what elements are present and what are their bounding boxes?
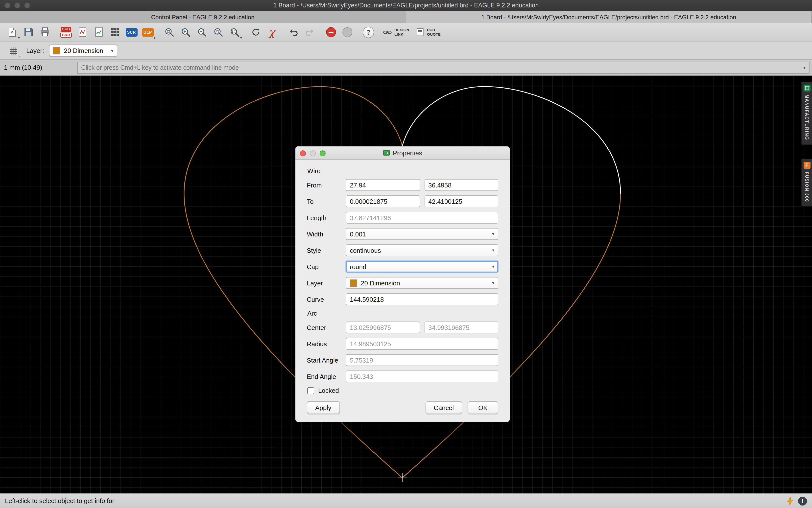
wire-section-label: Wire <box>307 167 498 175</box>
to-x-input[interactable] <box>346 196 420 207</box>
radius-input <box>346 338 498 350</box>
curve-input[interactable] <box>346 293 498 305</box>
lightning-bolt-icon[interactable] <box>787 496 794 505</box>
ok-button[interactable]: OK <box>468 401 498 414</box>
manufacturing-label: MANUFACTURING <box>804 94 809 140</box>
zoom-out-button[interactable] <box>194 25 210 40</box>
center-y-input <box>424 322 498 333</box>
dialog-zoom-button[interactable] <box>320 151 326 156</box>
drc-chart-icon <box>93 27 104 38</box>
close-button[interactable] <box>4 2 10 8</box>
zoom-redraw-icon <box>212 27 224 38</box>
cap-select-value: round <box>350 263 366 270</box>
cam-processor-button[interactable] <box>74 25 90 40</box>
layer-select[interactable]: 20 Dimension ▾ <box>49 45 117 57</box>
fab-view-button[interactable] <box>107 25 123 40</box>
to-y-input[interactable] <box>424 196 498 207</box>
dialog-title: Properties <box>393 149 422 157</box>
run-script-button[interactable]: SCR <box>123 25 139 40</box>
width-select[interactable]: 0.001 ▾ <box>346 228 498 240</box>
radius-row: Radius <box>307 338 498 350</box>
save-button[interactable] <box>20 25 37 40</box>
cancel-command-button[interactable]: χ <box>264 25 280 40</box>
manufacturing-panel[interactable]: MANUFACTURING <box>801 82 812 145</box>
dialog-layer-select-value: 20 Dimension <box>361 279 400 287</box>
design-link-button[interactable]: DESIGN LINK <box>382 27 409 37</box>
command-line-input[interactable] <box>81 64 803 71</box>
fusion-360-icon: F <box>803 162 810 168</box>
drc-button[interactable] <box>90 25 107 40</box>
end-angle-label: End Angle <box>307 373 346 380</box>
dialog-titlebar[interactable]: Properties <box>295 146 510 160</box>
from-x-input[interactable] <box>346 179 420 191</box>
zoom-button[interactable] <box>24 2 30 8</box>
grid-settings-button[interactable]: ▾ <box>5 43 21 58</box>
redraw-button[interactable] <box>247 25 264 40</box>
chevron-down-icon: ▾ <box>240 36 242 39</box>
start-angle-label: Start Angle <box>307 356 346 364</box>
help-icon: ? <box>363 27 374 38</box>
chevron-down-icon: ▾ <box>111 48 113 53</box>
board-canvas[interactable]: MANUFACTURING F FUSION 360 Properties Wi… <box>0 76 812 493</box>
zoom-redraw-button[interactable] <box>210 25 226 40</box>
open-board-button[interactable]: ▾ <box>4 25 20 40</box>
sch-badge: SCH <box>60 27 71 32</box>
command-line[interactable]: ▾ <box>77 61 810 74</box>
apply-button[interactable]: Apply <box>307 401 340 414</box>
zoom-fit-icon <box>164 27 174 38</box>
chevron-down-icon: ▾ <box>492 248 494 253</box>
window-title: 1 Board - /Users/MrSwirlyEyes/Documents/… <box>273 2 539 9</box>
minimize-button[interactable] <box>14 2 20 8</box>
layer-toolbar: ▾ Layer: 20 Dimension ▾ <box>0 42 812 60</box>
help-button[interactable]: ? <box>360 25 376 40</box>
center-x-input <box>346 322 420 333</box>
style-label: Style <box>307 247 346 254</box>
style-select[interactable]: continuous ▾ <box>346 244 498 256</box>
cap-select[interactable]: round ▾ <box>346 261 498 272</box>
zoom-select-icon <box>229 27 240 38</box>
from-label: From <box>307 181 346 189</box>
curve-label: Curve <box>307 296 346 303</box>
stop-icon <box>326 27 336 37</box>
redo-button[interactable] <box>301 25 318 40</box>
alert-icon[interactable]: ! <box>798 496 807 505</box>
run-ulp-button[interactable]: ULP ▾ <box>139 25 156 40</box>
print-button[interactable] <box>37 25 53 40</box>
width-label: Width <box>307 230 346 238</box>
chain-link-icon <box>382 27 393 37</box>
start-angle-row: Start Angle <box>307 354 498 366</box>
brd-badge: BRD <box>60 33 72 37</box>
window-controls <box>4 2 30 8</box>
zoom-in-button[interactable] <box>177 25 194 40</box>
style-select-value: continuous <box>350 247 381 254</box>
stop-button[interactable] <box>323 25 339 40</box>
dialog-layer-select[interactable]: 20 Dimension ▾ <box>346 277 498 289</box>
fusion-360-panel[interactable]: F FUSION 360 <box>801 159 812 206</box>
pcb-quote-button[interactable]: PCB QUOTE <box>415 27 441 37</box>
to-label: To <box>307 198 346 205</box>
switch-to-schematic-button[interactable]: SCH BRD <box>58 25 74 40</box>
dialog-close-button[interactable] <box>300 151 306 156</box>
manufacturing-icon <box>803 85 810 91</box>
go-button[interactable] <box>339 25 355 40</box>
properties-dialog: Properties Wire From To <box>295 146 510 422</box>
zoom-fit-button[interactable] <box>161 25 177 40</box>
chevron-down-icon: ▾ <box>18 36 20 39</box>
tab-control-panel[interactable]: Control Panel - EAGLE 9.2.2 education <box>0 11 406 23</box>
radius-label: Radius <box>307 340 346 347</box>
dialog-minimize-button[interactable] <box>310 151 316 156</box>
tab-board[interactable]: 1 Board - /Users/MrSwirlyEyes/Documents/… <box>406 11 812 23</box>
tab-bar: Control Panel - EAGLE 9.2.2 education 1 … <box>0 11 812 23</box>
scr-icon: SCR <box>125 28 137 36</box>
from-y-input[interactable] <box>424 179 498 191</box>
cancel-button[interactable]: Cancel <box>425 401 462 414</box>
pcb-quote-label: PCB QUOTE <box>427 28 441 37</box>
chi-cancel-icon: χ <box>269 27 275 37</box>
zoom-select-button[interactable]: ▾ <box>226 25 242 40</box>
chevron-down-icon: ▾ <box>154 36 155 39</box>
locked-checkbox[interactable] <box>307 387 314 394</box>
main-toolbar: ▾ SCH BRD SCR ULP ▾ <box>0 23 812 42</box>
sch-brd-icon: SCH BRD <box>60 27 72 38</box>
undo-button[interactable] <box>285 25 301 40</box>
layer-select-value: 20 Dimension <box>64 47 103 54</box>
